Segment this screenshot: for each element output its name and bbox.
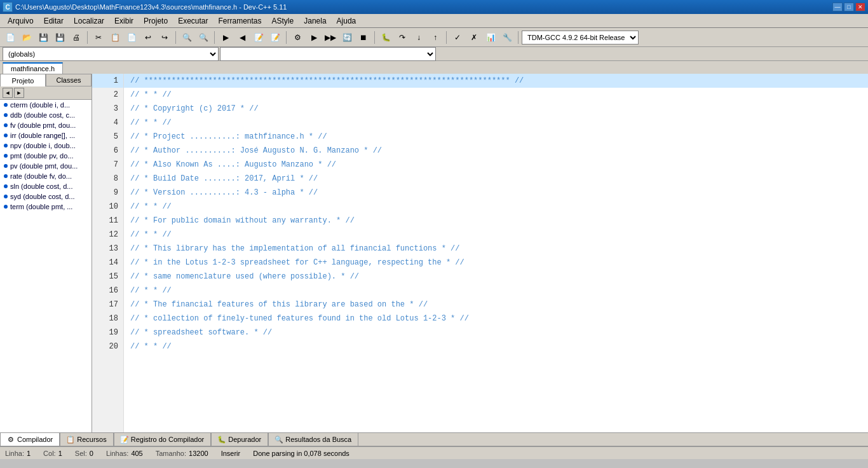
code-lines[interactable]: 1234567891011121314151617181920 // *****… bbox=[92, 74, 868, 432]
find-replace-button[interactable]: 🔍 bbox=[196, 30, 211, 45]
tb-sep5 bbox=[374, 31, 375, 44]
sidebar-item-0[interactable]: cterm (double i, d... bbox=[0, 100, 92, 110]
open-button[interactable]: 📂 bbox=[19, 30, 34, 45]
col-label: Col: bbox=[43, 450, 56, 457]
sidebar-item-2[interactable]: fv (double pmt, dou... bbox=[0, 120, 92, 130]
line-number-20: 20 bbox=[92, 340, 123, 354]
options-button[interactable]: 🔧 bbox=[499, 30, 515, 45]
check-button[interactable]: ✓ bbox=[450, 30, 465, 45]
menu-item-ajuda[interactable]: Ajuda bbox=[332, 15, 362, 27]
sidebar-item-8[interactable]: sln (double cost, d... bbox=[0, 181, 92, 191]
print-button[interactable]: 🖨 bbox=[69, 30, 84, 45]
line-number-15: 15 bbox=[92, 270, 123, 284]
sidebar-item-label-2: fv (double pmt, dou... bbox=[10, 121, 76, 129]
run-button[interactable]: ▶ bbox=[306, 30, 322, 45]
sidebar-item-6[interactable]: pv (double pmt, dou... bbox=[0, 161, 92, 171]
code-line-3: // * Copyright (c) 2017 * // bbox=[124, 102, 868, 116]
nav-next-button[interactable]: ► bbox=[14, 88, 24, 98]
sidebar-item-10[interactable]: term (double pmt, ... bbox=[0, 202, 92, 212]
save-all-button[interactable]: 💾 bbox=[52, 30, 67, 45]
code-line-18: // * collection of finely-tuned features… bbox=[124, 312, 868, 326]
sidebar-item-5[interactable]: pmt (double pv, do... bbox=[0, 151, 92, 161]
nav-prev-button[interactable]: ◄ bbox=[3, 88, 13, 98]
menu-item-localizar[interactable]: Localizar bbox=[69, 15, 109, 27]
chart-button[interactable]: 📊 bbox=[483, 30, 498, 45]
cross-button[interactable]: ✗ bbox=[466, 30, 482, 45]
line-number-12: 12 bbox=[92, 228, 123, 242]
sidebar-tab-classes[interactable]: Classes bbox=[46, 74, 92, 86]
line-number-6: 6 bbox=[92, 144, 123, 158]
sel-label: Sel: bbox=[75, 450, 87, 457]
sidebar-item-1[interactable]: ddb (double cost, c... bbox=[0, 110, 92, 120]
compile-run-button[interactable]: ▶▶ bbox=[323, 30, 338, 45]
paste-button[interactable]: 📄 bbox=[124, 30, 139, 45]
sidebar-item-9[interactable]: syd (double cost, d... bbox=[0, 191, 92, 202]
bottom-tab-compilador[interactable]: ⚙Compilador bbox=[0, 432, 60, 446]
bottom-tabs: ⚙Compilador📋Recursos📝Registro do Compila… bbox=[0, 432, 868, 446]
line-number-8: 8 bbox=[92, 172, 123, 186]
minimize-button[interactable]: — bbox=[832, 3, 843, 11]
sidebar-item-label-10: term (double pmt, ... bbox=[10, 203, 72, 210]
comment-button[interactable]: 📝 bbox=[251, 30, 266, 45]
bottom-tab-registro-do-compilador[interactable]: 📝Registro do Compilador bbox=[114, 432, 212, 446]
menu-item-projeto[interactable]: Projeto bbox=[139, 15, 173, 27]
linha-label: Linha: bbox=[5, 450, 24, 457]
sidebar-tab-projeto[interactable]: Projeto bbox=[0, 74, 46, 86]
line-number-14: 14 bbox=[92, 256, 123, 270]
menu-item-exibir[interactable]: Exibir bbox=[109, 15, 139, 27]
compile-button[interactable]: ⚙ bbox=[290, 30, 305, 45]
code-line-15: // * same nomenclature used (where possi… bbox=[124, 270, 868, 284]
bottom-tab-depurador[interactable]: 🐛Depurador bbox=[211, 432, 268, 446]
step-out-button[interactable]: ↑ bbox=[428, 30, 443, 45]
file-tabs: mathfinance.h bbox=[0, 61, 868, 74]
rebuild-button[interactable]: 🔄 bbox=[339, 30, 355, 45]
step-into-button[interactable]: ↓ bbox=[411, 30, 426, 45]
copy-button[interactable]: 📋 bbox=[107, 30, 123, 45]
status-linha: Linha: 1 bbox=[5, 450, 31, 457]
sidebar-tabs: ProjetoClasses bbox=[0, 74, 92, 86]
line-number-4: 4 bbox=[92, 116, 123, 130]
indent-button[interactable]: ▶ bbox=[218, 30, 233, 45]
undo-button[interactable]: ↩ bbox=[140, 30, 156, 45]
sidebar-item-3[interactable]: irr (double range[], ... bbox=[0, 130, 92, 141]
globals-combo[interactable]: (globals) bbox=[3, 47, 219, 61]
menu-item-astyle[interactable]: AStyle bbox=[267, 15, 299, 27]
code-content[interactable]: // *************************************… bbox=[124, 74, 868, 432]
bottom-tab-label-2: Registro do Compilador bbox=[131, 436, 205, 443]
sidebar-item-label-8: sln (double cost, d... bbox=[10, 182, 72, 190]
outdent-button[interactable]: ◀ bbox=[234, 30, 250, 45]
bottom-tab-resultados-da-busca[interactable]: 🔍Resultados da Busca bbox=[268, 432, 358, 446]
sidebar-item-4[interactable]: npv (double i, doub... bbox=[0, 141, 92, 151]
menu-item-editar[interactable]: Editar bbox=[39, 15, 69, 27]
new-button[interactable]: 📄 bbox=[3, 30, 18, 45]
bottom-tab-icon-2: 📝 bbox=[121, 436, 128, 443]
scope-combo[interactable] bbox=[220, 47, 436, 61]
col-value: 1 bbox=[58, 450, 62, 457]
bottom-tab-recursos[interactable]: 📋Recursos bbox=[60, 432, 113, 446]
menu-item-executar[interactable]: Executar bbox=[173, 15, 213, 27]
maximize-button[interactable]: □ bbox=[844, 3, 854, 11]
menu-item-ferramentas[interactable]: Ferramentas bbox=[213, 15, 266, 27]
debug-button[interactable]: 🐛 bbox=[378, 30, 393, 45]
uncomment-button[interactable]: 📝 bbox=[268, 30, 283, 45]
menu-item-arquivo[interactable]: Arquivo bbox=[3, 15, 39, 27]
line-number-3: 3 bbox=[92, 102, 123, 116]
tamanho-value: 13200 bbox=[189, 450, 208, 457]
sidebar-dot-8 bbox=[4, 184, 8, 188]
find-button[interactable]: 🔍 bbox=[179, 30, 194, 45]
save-button[interactable]: 💾 bbox=[36, 30, 51, 45]
linhas-label: Linhas: bbox=[106, 450, 128, 457]
menu-item-janela[interactable]: Janela bbox=[299, 15, 331, 27]
step-over-button[interactable]: ↷ bbox=[395, 30, 410, 45]
compiler-combo[interactable]: TDM-GCC 4.9.2 64-bit Release bbox=[522, 31, 639, 45]
file-tab-0[interactable]: mathfinance.h bbox=[3, 62, 63, 74]
close-button[interactable]: ✕ bbox=[855, 3, 865, 11]
cut-button[interactable]: ✂ bbox=[91, 30, 106, 45]
line-number-11: 11 bbox=[92, 214, 123, 228]
sidebar-item-7[interactable]: rate (double fv, do... bbox=[0, 171, 92, 181]
code-line-12: // * * // bbox=[124, 228, 868, 242]
sidebar-dot-3 bbox=[4, 134, 8, 137]
code-line-2: // * * // bbox=[124, 88, 868, 102]
stop-button[interactable]: ⏹ bbox=[356, 30, 371, 45]
redo-button[interactable]: ↪ bbox=[157, 30, 172, 45]
